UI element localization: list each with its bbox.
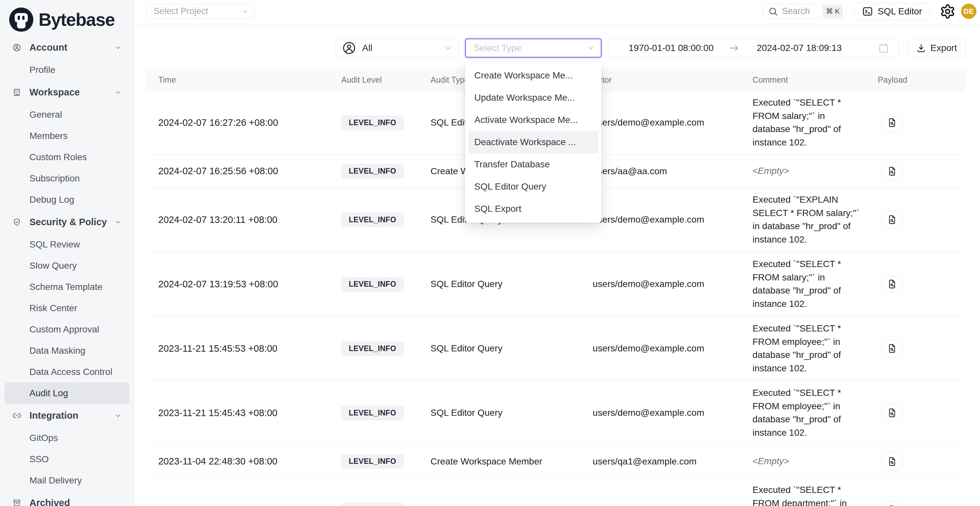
cell-comment: Executed `"SELECT * FROM employee;"` in … <box>752 317 878 380</box>
level-badge: LEVEL_INFO <box>341 454 404 469</box>
payload-view-button[interactable] <box>881 114 903 131</box>
project-select[interactable]: Select Project <box>146 4 255 19</box>
sidebar-item-sso[interactable]: SSO <box>5 449 129 470</box>
filter-bar: All Select Type 1970-01-01 08:00:00 2024… <box>134 38 966 57</box>
sidebar-item-sql-review[interactable]: SQL Review <box>5 234 129 255</box>
file-search-icon <box>887 456 897 467</box>
sidebar-group-workspace[interactable]: Workspace <box>0 80 134 104</box>
cell-actor: users/demo@example.com <box>593 343 752 354</box>
bytebase-logo[interactable]: Bytebase <box>0 0 134 34</box>
table-row: 2023-11-21 15:45:53 +08:00LEVEL_INFOSQL … <box>146 317 966 381</box>
chevron-down-icon <box>241 7 250 16</box>
cell-actor: users/demo@example.com <box>593 215 752 225</box>
topbar: Select Project Search ⌘ K SQL Editor DE <box>134 0 980 25</box>
sidebar-item-mail-delivery[interactable]: Mail Delivery <box>5 470 129 491</box>
table-row: 2023-11-04 21:26:34 +08:00LEVEL_INFOSQL … <box>146 478 966 506</box>
payload-view-button[interactable] <box>881 340 903 357</box>
type-option-transfer-database[interactable]: Transfer Database <box>468 153 598 175</box>
type-option-activate-workspace-me[interactable]: Activate Workspace Me... <box>468 109 598 131</box>
sidebar-item-custom-approval[interactable]: Custom Approval <box>5 319 129 340</box>
cell-audit-level: LEVEL_INFO <box>341 406 431 420</box>
level-badge: LEVEL_INFO <box>341 341 404 356</box>
actor-filter-select[interactable]: All <box>336 38 459 57</box>
sidebar-item-data-masking[interactable]: Data Masking <box>5 340 129 361</box>
type-option-sql-editor-query[interactable]: SQL Editor Query <box>468 175 598 198</box>
payload-view-button[interactable] <box>881 501 903 506</box>
export-button[interactable]: Export <box>907 38 966 57</box>
type-option-update-workspace-me[interactable]: Update Workspace Me... <box>468 87 598 109</box>
sidebar-group-label: Security & Policy <box>29 217 114 228</box>
level-badge: LEVEL_INFO <box>341 115 404 130</box>
cell-audit-type: SQL Editor Query <box>431 279 593 289</box>
sidebar-item-audit-log[interactable]: Audit Log <box>5 382 129 404</box>
sidebar-item-general[interactable]: General <box>5 104 129 125</box>
cell-time: 2023-11-04 22:48:30 +08:00 <box>146 456 341 467</box>
chevron-down-icon <box>114 88 122 96</box>
cell-comment: Executed `"SELECT * FROM salary;"` in da… <box>752 252 878 316</box>
payload-view-button[interactable] <box>881 275 903 293</box>
search-input[interactable]: Search ⌘ K <box>763 4 846 19</box>
sidebar-group-archived[interactable]: Archived <box>0 491 134 506</box>
file-search-icon <box>887 343 897 354</box>
project-select-placeholder: Select Project <box>154 6 241 16</box>
file-search-icon <box>887 215 897 225</box>
payload-view-button[interactable] <box>881 162 903 180</box>
cell-comment: Executed `"SELECT * FROM salary;"` in da… <box>752 91 878 154</box>
type-option-deactivate-workspace[interactable]: Deactivate Workspace ... <box>468 131 598 153</box>
sidebar-item-data-access-control[interactable]: Data Access Control <box>5 361 129 382</box>
user-circle-icon <box>342 41 356 55</box>
building-icon <box>13 88 21 97</box>
sidebar-item-label: Data Masking <box>29 345 85 356</box>
sidebar-group-integration[interactable]: Integration <box>0 404 134 427</box>
search-icon <box>768 6 778 16</box>
sidebar-group-security-policy[interactable]: Security & Policy <box>0 210 134 234</box>
type-filter-dropdown: Create Workspace Me...Update Workspace M… <box>465 62 601 223</box>
sidebar-item-schema-template[interactable]: Schema Template <box>5 276 129 298</box>
sidebar-item-members[interactable]: Members <box>5 125 129 146</box>
settings-gear-icon[interactable] <box>939 3 956 20</box>
cell-time: 2024-02-07 13:20:11 +08:00 <box>146 215 341 225</box>
cell-payload <box>878 114 966 131</box>
cell-actor: users/demo@example.com <box>593 117 752 128</box>
payload-view-button[interactable] <box>881 404 903 422</box>
type-option-sql-export[interactable]: SQL Export <box>468 198 598 220</box>
type-filter-select[interactable]: Select Type <box>465 38 601 57</box>
scrollbar-track[interactable] <box>978 26 979 506</box>
brand-name: Bytebase <box>38 9 115 30</box>
avatar[interactable]: DE <box>961 3 977 19</box>
arrow-right-icon <box>729 43 740 54</box>
file-search-icon <box>887 117 897 128</box>
level-badge: LEVEL_INFO <box>341 503 404 506</box>
chevron-down-icon <box>586 44 595 52</box>
payload-view-button[interactable] <box>881 211 903 229</box>
cell-audit-type: SQL Editor Query <box>431 407 593 418</box>
sidebar-item-custom-roles[interactable]: Custom Roles <box>5 146 129 168</box>
cell-audit-type: Create Workspace Member <box>431 456 593 467</box>
cell-comment: Executed `"SELECT * FROM employee;"` in … <box>752 381 878 445</box>
sidebar-item-slow-query[interactable]: Slow Query <box>5 255 129 276</box>
sidebar-item-subscription[interactable]: Subscription <box>5 168 129 189</box>
cell-comment: <Empty> <box>752 159 878 183</box>
date-range-end[interactable]: 2024-02-07 18:09:13 <box>757 43 842 53</box>
type-option-create-workspace-me[interactable]: Create Workspace Me... <box>468 64 598 87</box>
sidebar-item-profile[interactable]: Profile <box>5 59 129 80</box>
sidebar-item-risk-center[interactable]: Risk Center <box>5 298 129 319</box>
chevron-down-icon <box>114 412 122 420</box>
search-shortcut-badge: ⌘ K <box>822 5 843 18</box>
search-placeholder: Search <box>782 6 822 16</box>
date-range-picker[interactable]: 1970-01-01 08:00:00 2024-02-07 18:09:13 <box>608 38 899 57</box>
sidebar-group-account[interactable]: Account <box>0 36 134 59</box>
sidebar-item-debug-log[interactable]: Debug Log <box>5 189 129 210</box>
sidebar-group-label: Workspace <box>29 87 114 98</box>
cell-time: 2024-02-07 13:19:53 +08:00 <box>146 279 341 290</box>
payload-view-button[interactable] <box>881 453 903 470</box>
cell-time: 2024-02-07 16:25:56 +08:00 <box>146 166 341 177</box>
cell-time: 2024-02-07 16:27:26 +08:00 <box>146 117 341 128</box>
calendar-icon <box>878 42 889 54</box>
user-circle-icon <box>13 43 21 52</box>
sidebar-item-gitops[interactable]: GitOps <box>5 427 129 449</box>
sql-editor-button[interactable]: SQL Editor <box>854 3 930 20</box>
column-header-payload: Payload <box>878 75 966 85</box>
export-label: Export <box>931 43 957 53</box>
date-range-start[interactable]: 1970-01-01 08:00:00 <box>628 43 714 53</box>
